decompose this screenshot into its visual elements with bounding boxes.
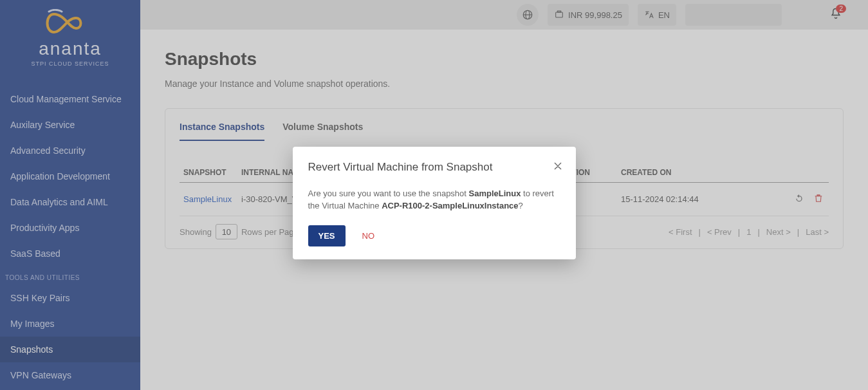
modal-body: Are you sure you want to use the snapsho… <box>308 188 560 212</box>
modal-title: Revert Virtual Machine from Snapshot <box>308 161 560 174</box>
modal-yes-button[interactable]: YES <box>308 225 346 246</box>
revert-snapshot-modal: Revert Virtual Machine from Snapshot Are… <box>293 147 576 259</box>
modal-snapshot-name: SampleLinux <box>469 189 521 198</box>
modal-close-button[interactable] <box>550 158 566 174</box>
modal-no-button[interactable]: NO <box>362 231 375 241</box>
modal-vm-name: ACP-R100-2-SampleLinuxInstance <box>382 201 518 210</box>
close-icon <box>553 161 563 171</box>
